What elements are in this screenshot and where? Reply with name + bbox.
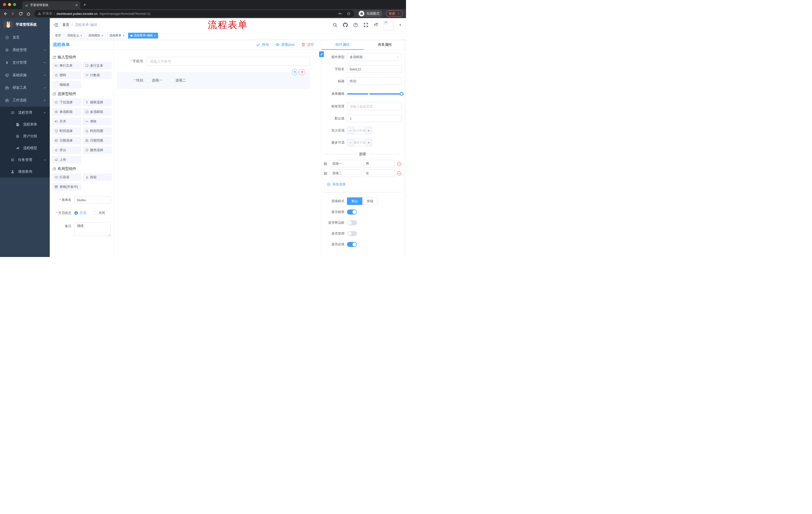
add-option-button[interactable]: 添加选项: [327, 182, 402, 187]
component-chip-时间选择[interactable]: 时间选择: [52, 127, 81, 135]
tag-close-icon[interactable]: ×: [102, 34, 103, 37]
component-chip-下拉选择[interactable]: 下拉选择: [52, 99, 81, 106]
component-chip-计数器[interactable]: 123计数器: [83, 72, 112, 79]
sidebar-item-流程模型[interactable]: 流程模型: [0, 142, 50, 154]
component-chip-评分[interactable]: 评分: [52, 146, 81, 154]
remark-textarea[interactable]: 嘿嘿: [75, 222, 111, 236]
component-type-select[interactable]: [347, 53, 402, 61]
sidebar-item-流程表单[interactable]: 流程表单: [0, 118, 50, 130]
component-chip-时间范围[interactable]: 时间范围: [83, 127, 112, 135]
sidebar-item-首页[interactable]: 首页: [0, 31, 50, 44]
radio-closed[interactable]: 关闭: [93, 211, 105, 215]
component-type-value[interactable]: [347, 53, 402, 61]
github-icon[interactable]: [343, 23, 348, 27]
checkbox-icon[interactable]: [146, 79, 150, 82]
browser-tab[interactable]: 芋道管理系统 ✕: [22, 1, 80, 9]
close-window-button[interactable]: [3, 3, 6, 6]
style-default-button[interactable]: 默认: [347, 197, 362, 205]
option-name-input[interactable]: [329, 169, 361, 177]
browser-update-button[interactable]: 更新: [386, 10, 403, 17]
component-chip-日期选择[interactable]: 日期选择: [52, 137, 81, 144]
remove-option-icon[interactable]: [397, 171, 402, 176]
tag-流程表单[interactable]: 流程表单×: [107, 33, 127, 38]
sidebar-item-研发工具[interactable]: 研发工具: [0, 81, 50, 94]
toolbar-保存-button[interactable]: 保存: [256, 43, 269, 47]
field-name-input[interactable]: [347, 65, 402, 73]
tab-form-props[interactable]: 表单属性: [364, 40, 406, 50]
key-icon[interactable]: [338, 11, 342, 16]
option-name-input[interactable]: [329, 160, 361, 167]
minimize-window-button[interactable]: [8, 3, 11, 6]
component-chip-滑块[interactable]: 滑块: [83, 118, 112, 125]
gender-field-block-selected[interactable]: *性别 选项一 选项二: [117, 72, 310, 89]
url-bar[interactable]: 不安全 dashboard.yudao.iocoder.cn /bpm/mana…: [34, 10, 354, 17]
tag-流程模型[interactable]: 流程模型×: [86, 33, 106, 38]
sidebar-item-请假查询[interactable]: 请假查询: [0, 166, 50, 178]
toggle-是否禁用[interactable]: [347, 231, 357, 236]
remove-option-icon[interactable]: [397, 161, 402, 166]
sidebar-item-任务管理[interactable]: 任务管理: [0, 154, 50, 166]
component-chip-按钮[interactable]: 按钮: [83, 173, 112, 181]
toggle-显示标签[interactable]: [347, 210, 357, 215]
option-value-input[interactable]: [363, 160, 395, 167]
label-width-input[interactable]: [347, 103, 402, 110]
style-button-button[interactable]: 按钮: [362, 197, 378, 205]
phone-field-row[interactable]: *手机号: [117, 57, 310, 65]
tag-close-icon[interactable]: ×: [154, 34, 156, 37]
component-chip-级联选择[interactable]: 级联选择: [83, 99, 112, 106]
maximize-window-button[interactable]: [13, 3, 16, 6]
reload-icon[interactable]: [19, 11, 23, 16]
link-tag[interactable]: [319, 51, 324, 57]
sidebar-item-流程管理[interactable]: 流程管理: [0, 107, 50, 118]
sidebar-item-系统管理[interactable]: 系统管理: [0, 44, 50, 56]
toolbar-查看json-button[interactable]: 查看json: [276, 43, 295, 47]
tab-close-icon[interactable]: ✕: [75, 3, 78, 7]
delete-component-button[interactable]: [299, 69, 305, 75]
tag-流程定义[interactable]: 流程定义×: [65, 33, 84, 38]
drag-icon[interactable]: [323, 162, 328, 166]
forward-icon[interactable]: [11, 11, 15, 16]
tag-首页[interactable]: 首页: [53, 33, 63, 38]
checkbox-option-1[interactable]: 选项一: [146, 78, 162, 83]
bookmark-star-icon[interactable]: [347, 11, 351, 16]
security-warning[interactable]: 不安全: [38, 11, 52, 16]
component-chip-上传[interactable]: 上传: [52, 156, 81, 163]
min-select-placeholder[interactable]: 至少应选: [354, 127, 365, 134]
browser-menu-dots-icon[interactable]: [397, 12, 400, 15]
copy-component-button[interactable]: [292, 69, 298, 75]
component-chip-行容器[interactable]: 行容器: [52, 173, 81, 181]
checkbox-icon[interactable]: [170, 79, 173, 82]
avatar-caret-icon[interactable]: ▼: [399, 24, 402, 26]
component-chip-单行文本[interactable]: 单行文本: [52, 62, 81, 70]
tag-流程表单-编辑[interactable]: 流程表单-编辑×: [128, 33, 158, 38]
component-chip-单选框组[interactable]: 单选框组: [52, 108, 81, 116]
tag-close-icon[interactable]: ×: [123, 34, 124, 37]
sidebar-item-基础设施[interactable]: 基础设施: [0, 69, 50, 81]
tab-component-props[interactable]: 组件属性: [321, 40, 364, 50]
toggle-是否必填[interactable]: [347, 242, 357, 247]
help-icon[interactable]: [353, 23, 358, 27]
checkbox-option-2[interactable]: 选项二: [170, 78, 186, 83]
sidebar-item-用户分组[interactable]: 用户分组: [0, 130, 50, 142]
component-chip-密码[interactable]: 密码: [52, 72, 81, 79]
phone-input[interactable]: [146, 57, 310, 65]
component-chip-多选框组[interactable]: 多选框组: [83, 108, 112, 116]
toggle-是否带边框[interactable]: [347, 220, 357, 225]
home-icon[interactable]: [26, 11, 31, 16]
back-icon[interactable]: [3, 11, 7, 16]
default-value-input[interactable]: [347, 115, 402, 122]
font-size-icon[interactable]: ᴛT: [374, 23, 378, 27]
new-tab-button[interactable]: +: [83, 2, 86, 7]
sidebar-item-支付管理[interactable]: ¥支付管理: [0, 56, 50, 69]
radio-open[interactable]: 开启: [75, 211, 86, 215]
max-select-placeholder[interactable]: 最多可选: [354, 139, 365, 146]
hamburger-icon[interactable]: [53, 22, 58, 27]
breadcrumb-home[interactable]: 首页: [62, 23, 69, 27]
slider-handle[interactable]: [400, 92, 404, 96]
component-chip-颜色选择[interactable]: 颜色选择: [83, 146, 112, 154]
sidebar-item-工作流程[interactable]: 工作流程: [0, 94, 50, 107]
search-icon[interactable]: [332, 23, 338, 27]
tag-close-icon[interactable]: ×: [80, 34, 82, 37]
component-chip-编辑器[interactable]: 编辑器: [52, 81, 81, 88]
component-chip-日期范围[interactable]: 日期范围: [83, 137, 112, 144]
